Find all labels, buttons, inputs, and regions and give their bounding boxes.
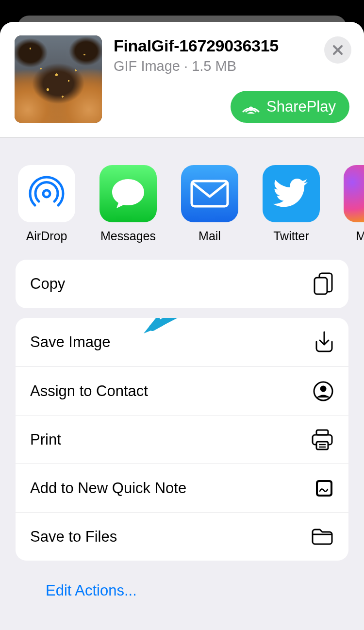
shareplay-icon	[241, 99, 261, 115]
action-group-1: Copy	[16, 260, 348, 308]
shareplay-label: SharePlay	[266, 98, 336, 116]
file-info: FinalGif-16729036315 GIF Image · 1.5 MB	[114, 35, 351, 74]
edit-actions-link[interactable]: Edit Actions...	[16, 570, 348, 611]
app-twitter[interactable]: Twitter	[262, 165, 320, 243]
annotation-arrow	[134, 318, 216, 339]
app-airdrop[interactable]: AirDrop	[17, 165, 76, 243]
action-save-files[interactable]: Save to Files	[16, 512, 348, 561]
action-quick-note-label: Add to New Quick Note	[30, 480, 186, 497]
shareplay-button[interactable]: SharePlay	[231, 91, 349, 123]
action-assign-contact[interactable]: Assign to Contact	[16, 366, 348, 415]
file-size: 1.5 MB	[192, 58, 236, 74]
svg-rect-3	[314, 278, 327, 294]
file-type: GIF Image	[114, 58, 180, 74]
share-header: FinalGif-16729036315 GIF Image · 1.5 MB …	[0, 22, 364, 137]
app-mail[interactable]: Mail	[181, 165, 239, 243]
app-messenger[interactable]: Me	[344, 165, 364, 243]
file-meta: GIF Image · 1.5 MB	[114, 58, 351, 74]
copy-icon	[313, 272, 334, 296]
action-print-label: Print	[30, 431, 61, 448]
app-messages[interactable]: Messages	[99, 165, 157, 243]
svg-point-0	[248, 107, 253, 111]
mail-icon	[181, 165, 238, 222]
quick-note-icon	[314, 479, 334, 498]
svg-point-5	[320, 385, 327, 392]
svg-rect-12	[318, 482, 331, 495]
twitter-icon	[263, 165, 320, 222]
svg-point-1	[43, 190, 50, 197]
contact-icon	[313, 381, 334, 402]
airdrop-icon	[18, 165, 75, 222]
action-assign-contact-label: Assign to Contact	[30, 382, 148, 400]
messages-icon	[99, 165, 157, 222]
app-mail-label: Mail	[199, 229, 221, 243]
action-copy-label: Copy	[30, 275, 65, 293]
close-button[interactable]	[324, 36, 351, 64]
action-save-files-label: Save to Files	[30, 528, 117, 546]
action-save-image[interactable]: Save Image	[16, 318, 348, 366]
file-thumbnail	[15, 35, 102, 123]
file-name: FinalGif-16729036315	[114, 36, 351, 55]
share-apps-row[interactable]: AirDrop Messages Mail Twitter Me	[0, 138, 364, 260]
action-print[interactable]: Print	[16, 415, 348, 464]
close-icon	[332, 44, 344, 56]
share-sheet: FinalGif-16729036315 GIF Image · 1.5 MB …	[0, 22, 364, 630]
save-image-icon	[314, 331, 334, 353]
app-airdrop-label: AirDrop	[26, 229, 67, 243]
app-twitter-label: Twitter	[273, 229, 309, 243]
app-messenger-label: Me	[356, 229, 364, 243]
print-icon	[311, 429, 334, 451]
action-copy[interactable]: Copy	[16, 260, 348, 308]
svg-rect-2	[192, 181, 228, 206]
svg-rect-8	[316, 442, 328, 449]
actions-container: Copy Save Image Assign to Contact Print …	[0, 260, 364, 611]
app-messages-label: Messages	[100, 229, 156, 243]
folder-icon	[311, 527, 334, 547]
action-save-image-label: Save Image	[30, 333, 110, 351]
action-quick-note[interactable]: Add to New Quick Note	[16, 464, 348, 512]
messenger-icon	[344, 165, 364, 222]
action-group-2: Save Image Assign to Contact Print Add t…	[16, 318, 348, 561]
